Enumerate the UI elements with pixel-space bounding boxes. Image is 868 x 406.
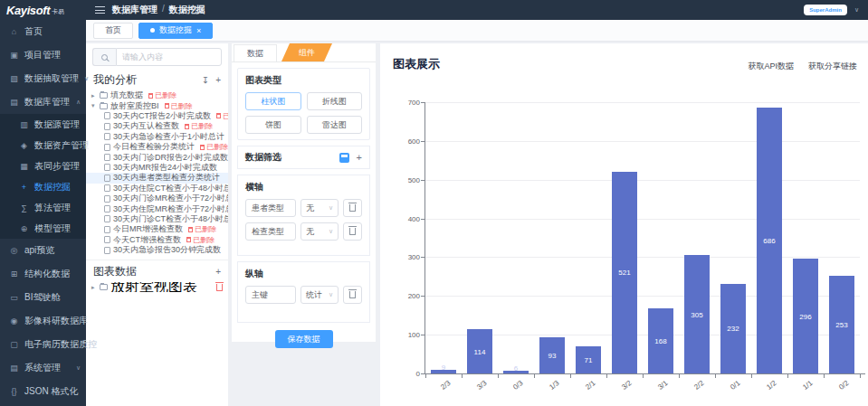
chart-list-item[interactable]: ▸放射室视图表 [86,282,228,292]
bar[interactable]: 114 [467,329,492,373]
sidebar-item-BI驾驶舱[interactable]: ▭BI驾驶舱 [0,286,86,309]
axis-delete-button[interactable] [343,222,362,241]
bar[interactable]: 6 [503,371,529,373]
tree-item[interactable]: 30天内患者类型检查分类统计 [86,173,228,183]
chevron-down-icon[interactable]: ∨ [854,6,859,14]
file-icon [104,195,110,203]
workspace-tab-首页[interactable]: 首页 [93,23,133,39]
caret-collapsed-icon[interactable]: ▸ [91,92,97,99]
sidebar-item-数据资产管理[interactable]: ◈数据资产管理 [0,135,86,156]
sidebar-item-数据挖掘[interactable]: +数据挖掘 [0,176,86,197]
close-icon[interactable]: × [196,26,201,35]
axis-agg-select[interactable]: 统计∨ [300,286,339,304]
bar[interactable]: 93 [539,337,565,373]
delete-chart-icon[interactable] [216,284,223,291]
axis-field: 检查类型 [245,222,296,241]
bar[interactable]: 253 [829,276,854,373]
x-tick-label: 2/3 [422,379,453,405]
tree-item[interactable]: 30天内急诊报告30分钟完成数 [86,245,228,255]
search-button[interactable] [92,48,116,66]
axis-agg-select[interactable]: 无∨ [300,222,339,241]
bar-value-label: 521 [612,269,637,277]
model-icon: ⊕ [19,224,29,233]
chart-type-button-雷达图[interactable]: 雷达图 [307,116,363,134]
tree-item[interactable]: 30天内住院CT检查小于48小时总计 [86,184,228,194]
sidebar-item-数据库管理[interactable]: ▤数据库管理∧ [0,90,86,114]
tree-item[interactable]: 30天内门诊CT检查小于48小时总计 [86,214,228,224]
caret-expanded-icon[interactable]: ▾ [91,102,97,109]
tree-item[interactable]: 30天内住院MR检查小于72小时总计 [86,203,228,213]
tree-item[interactable]: 30天内CT报告2小时完成数已删除 [86,111,228,121]
sidebar-item-api预览[interactable]: ◎api预览 [0,239,86,262]
sidebar-item-数据抽取管理[interactable]: ▧数据抽取管理∨ [0,67,86,90]
trash-icon [165,103,169,109]
config-tab-数据[interactable]: 数据 [234,44,277,61]
axis-agg-select[interactable]: 无∨ [300,199,339,217]
x-axis-title: 横轴 [245,181,362,194]
sidebar-item-JSON 格式化[interactable]: {}JSON 格式化 [0,380,86,403]
bar[interactable]: 71 [576,346,601,373]
tree-item-label: 30天内住院CT检查小于48小时总计 [113,184,228,194]
sidebar-item-结构化数据[interactable]: ⊞结构化数据 [0,262,86,286]
chevron-down-icon: ∨ [329,291,333,298]
caret-collapsed-icon[interactable]: ▸ [91,284,97,291]
bar[interactable]: 686 [757,108,782,373]
y-tick-label: 400 [389,215,420,223]
search-input[interactable] [116,48,222,66]
tree-item[interactable]: 30天内MR报告24小时完成数 [86,163,228,173]
tree-folder[interactable]: ▸填充数据已删除 [86,90,228,100]
get-share-link[interactable]: 获取分享链接 [808,61,857,72]
sidebar-item-电子病历数据质控[interactable]: ▢电子病历数据质控 [0,333,86,356]
tree-item[interactable]: 30天内门诊DR报告2小时完成数 [86,152,228,162]
sidebar-item-表同步管理[interactable]: ▦表同步管理 [0,156,86,176]
workspace-tab-label: 首页 [105,24,121,36]
sidebar-item-项目管理[interactable]: ▣项目管理 [0,43,86,67]
filter-add-icon[interactable]: + [357,152,362,163]
bar[interactable]: 296 [793,259,818,373]
sidebar-item-影像科研数据库[interactable]: ◉影像科研数据库 [0,309,86,333]
tree-item[interactable]: 30天内急诊检查小于1小时总计 [86,132,228,142]
chart-type-button-饼图[interactable]: 饼图 [245,116,301,134]
get-api-data-link[interactable]: 获取API数据 [748,61,794,72]
file-icon [104,236,110,243]
workspace-tab-数据挖掘[interactable]: 数据挖掘× [138,23,213,39]
bar[interactable]: 305 [684,255,710,373]
import-icon[interactable]: ↧ [202,75,209,85]
tree-folder[interactable]: ▾放射室质控BI已删除 [86,100,228,110]
sidebar-item-系统管理[interactable]: ▤系统管理∨ [0,356,86,380]
save-data-button[interactable]: 保存数据 [275,330,333,348]
tree-item-label: 30天内患者类型检查分类统计 [113,173,220,183]
filter-save-icon[interactable] [339,153,349,163]
config-tab-组件[interactable]: 组件 [281,43,332,61]
tree-item[interactable]: 今日检查检验分类统计已删除 [86,142,228,152]
bar[interactable]: 9 [431,370,456,373]
bar-value-label: 9 [431,364,456,372]
imaging-icon: ◉ [9,316,19,326]
add-analysis-icon[interactable]: + [215,75,221,85]
tree-item[interactable]: 今日MR增强检查数已删除 [86,224,228,234]
bar[interactable]: 168 [648,308,673,373]
chart-type-button-柱状图[interactable]: 柱状图 [245,92,301,110]
user-badge[interactable]: SuperAdmin [804,5,847,15]
tree-item[interactable]: 30天内门诊MR检查小于72小时总计 [86,194,228,203]
breadcrumb-root[interactable]: 数据库管理 [112,4,157,16]
structured-icon: ⊞ [9,269,19,279]
sidebar-item-算法管理[interactable]: ∑算法管理 [0,197,86,218]
add-chart-icon[interactable]: + [215,267,221,277]
sidebar-item-模型管理[interactable]: ⊕模型管理 [0,218,86,239]
gridline [425,180,860,181]
data-filter-box: 数据筛选 + [237,146,370,169]
axis-delete-button[interactable] [343,286,362,304]
chart-type-button-折线图[interactable]: 折线图 [307,92,363,110]
tree-item[interactable]: 30天内互认检查数已删除 [86,121,228,131]
sidebar-item-数据源管理[interactable]: ▥数据源管理 [0,114,86,135]
tree-item[interactable]: 今天CT增强检查数已删除 [86,234,228,244]
menu-collapse-icon[interactable] [95,6,105,14]
axis-delete-button[interactable] [343,199,362,217]
bar[interactable]: 521 [612,172,637,373]
axis-agg-value: 无 [306,203,314,214]
sidebar-item-首页[interactable]: ⌂首页 [0,20,86,43]
trash-icon [349,291,356,298]
bar[interactable]: 232 [720,284,746,373]
x-axis-rows: 患者类型无∨检查类型无∨ [245,199,362,241]
